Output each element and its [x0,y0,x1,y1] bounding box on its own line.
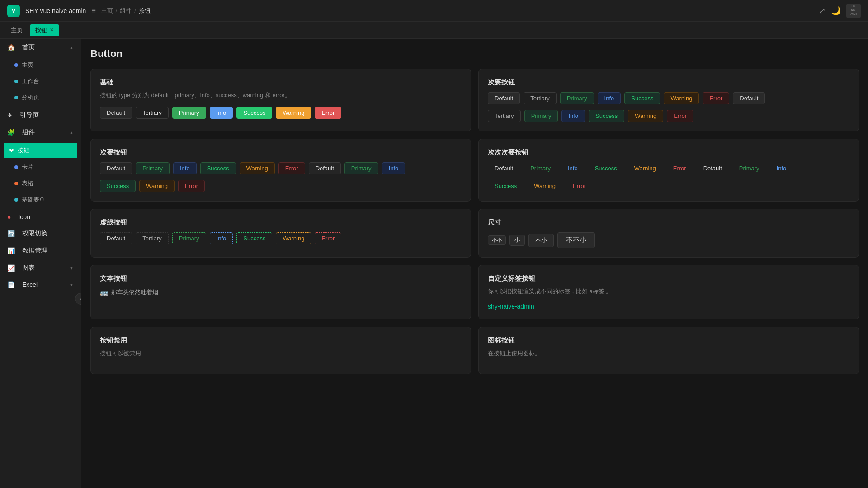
sidebar-item-form[interactable]: 基础表单 [0,192,81,208]
btn-size-sm[interactable]: 小 [509,235,525,246]
btn-ter-error2[interactable]: Error [566,180,593,192]
btn-sec-success[interactable]: Success [200,162,236,174]
btn-size-xs[interactable]: 小小 [488,235,506,245]
btn-info[interactable]: Info [210,107,233,119]
btn-ghost-error[interactable]: Error [703,92,729,104]
btn-default[interactable]: Default [100,107,132,119]
btn-success[interactable]: Success [236,107,272,119]
btn-ghost-tertiary2[interactable]: Tertiary [488,110,521,122]
btn-ghost-error2[interactable]: Error [667,110,693,122]
tab-close-icon[interactable]: ✕ [50,27,54,33]
theme-icon[interactable]: 🌙 [831,6,841,16]
btn-sec-warning[interactable]: Warning [240,162,275,174]
sidebar-group-guide-label: 引导页 [20,111,39,119]
sidebar-group-guide: ✈ 引导页 [0,107,81,124]
btn-ter-error[interactable]: Error [666,162,693,174]
btn-sec-info[interactable]: Info [173,162,197,174]
tertiary-right-btn-group1: Default Primary Info Success Warning Err… [488,162,849,174]
btn-dash-info[interactable]: Info [210,232,233,244]
btn-ghost-default2[interactable]: Default [733,92,765,104]
btn-sec-default2[interactable]: Default [309,162,341,174]
btn-primary[interactable]: Primary [172,107,206,119]
btn-ter-primary2[interactable]: Primary [732,162,766,174]
btn-text[interactable]: 🚌 那车头依然吐着烟 [100,288,158,296]
icon-icon: ● [7,213,11,221]
btn-dash-primary[interactable]: Primary [172,232,206,244]
btn-sec-error[interactable]: Error [278,162,305,174]
btn-ter-success2[interactable]: Success [488,180,524,192]
btn-ter-info[interactable]: Info [561,162,585,174]
dot-icon [14,165,18,169]
breadcrumb-components[interactable]: 组件 [120,7,132,15]
btn-dash-success[interactable]: Success [236,232,272,244]
card-secondary-right-title: 次要按钮 [488,78,849,87]
btn-ghost-default[interactable]: Default [488,92,520,104]
btn-error[interactable]: Error [315,107,341,119]
btn-dash-tertiary[interactable]: Tertiary [136,232,169,244]
sidebar-item-fenxiye-label: 分析页 [22,94,39,102]
sidebar-item-gongzuotai[interactable]: 工作台 [0,73,81,89]
btn-dash-warning[interactable]: Warning [276,232,311,244]
sidebar-item-button[interactable]: ❤ 按钮 [4,143,77,158]
btn-ghost-info[interactable]: Info [598,92,621,104]
btn-ter-success[interactable]: Success [588,162,624,174]
sidebar-group-data-label: 数据管理 [22,247,47,255]
btn-size-md[interactable]: 不小 [528,234,554,247]
btn-dash-default[interactable]: Default [100,232,132,244]
card-basic: 基础 按钮的 type 分别为 default、primary、info、suc… [90,69,471,131]
btn-dash-error[interactable]: Error [315,232,341,244]
btn-ter-warning2[interactable]: Warning [527,180,562,192]
btn-ghost-success2[interactable]: Success [589,110,624,122]
sidebar-item-table[interactable]: 表格 [0,175,81,192]
btn-size-lg[interactable]: 不不小 [557,232,595,248]
sidebar-collapse-button[interactable]: ‹ [75,293,81,305]
sidebar-item-card[interactable]: 卡片 [0,159,81,175]
btn-warning[interactable]: Warning [276,107,311,119]
btn-ghost-primary2[interactable]: Primary [524,110,558,122]
btn-sec-primary2[interactable]: Primary [344,162,378,174]
sidebar-group-icon-label: Icon [18,213,30,221]
sidebar-group-header-guide[interactable]: ✈ 引导页 [0,107,81,124]
btn-ter-default[interactable]: Default [488,162,520,174]
tab-button[interactable]: 按钮 ✕ [30,24,59,36]
btn-ter-primary[interactable]: Primary [524,162,557,174]
sidebar-group-header-excel[interactable]: 📄 Excel ▼ [0,277,81,293]
sidebar-item-form-label: 基础表单 [22,196,45,204]
sidebar-item-fenxiye[interactable]: 分析页 [0,89,81,106]
custom-tag-link[interactable]: shy-naive-admin [488,303,534,310]
btn-ghost-info2[interactable]: Info [561,110,585,122]
btn-sec-default[interactable]: Default [100,162,132,174]
sidebar-item-zhuye[interactable]: 主页 [0,57,81,73]
btn-sec-success2[interactable]: Success [100,180,136,192]
button-icon: ❤ [9,147,14,154]
btn-sec-warning2[interactable]: Warning [139,180,175,192]
breadcrumb-home[interactable]: 主页 [101,7,113,15]
charts-icon: 📈 [7,264,15,272]
fullscreen-icon[interactable]: ⤢ [819,6,826,16]
btn-ghost-tertiary[interactable]: Tertiary [524,92,557,104]
btn-sec-info2[interactable]: Info [382,162,406,174]
btn-tertiary[interactable]: Tertiary [136,107,169,119]
btn-sec-primary[interactable]: Primary [136,162,170,174]
btn-ter-default2[interactable]: Default [697,162,729,174]
sidebar-group-header-charts[interactable]: 📈 图表 ▼ [0,259,81,277]
menu-icon[interactable]: ≡ [91,7,95,15]
secondary-right-btn-group2: Tertiary Primary Info Success Warning Er… [488,110,849,122]
guide-icon: ✈ [7,112,13,119]
btn-sec-error2[interactable]: Error [178,180,205,192]
btn-ghost-success[interactable]: Success [624,92,660,104]
btn-ghost-warning2[interactable]: Warning [628,110,663,122]
btn-ghost-warning[interactable]: Warning [664,92,699,104]
tab-home[interactable]: 主页 [5,24,28,36]
btn-ter-warning[interactable]: Warning [627,162,663,174]
sidebar-group-header-data[interactable]: 📊 数据管理 [0,242,81,259]
card-icon-button-title: 图标按钮 [488,336,849,345]
sidebar-group-header-home[interactable]: 🏠 首页 ▲ [0,39,81,56]
card-secondary-left-title: 次要按钮 [100,148,462,157]
sidebar-group-header-permissions[interactable]: 🔄 权限切换 [0,225,81,242]
sidebar-group-header-components[interactable]: 🧩 组件 ▲ [0,124,81,141]
btn-ter-info2[interactable]: Info [770,162,793,174]
btn-ghost-primary[interactable]: Primary [560,92,594,104]
avatar[interactable]: 07AKIONI [846,4,861,18]
sidebar-group-header-icon[interactable]: ● Icon [0,209,81,225]
